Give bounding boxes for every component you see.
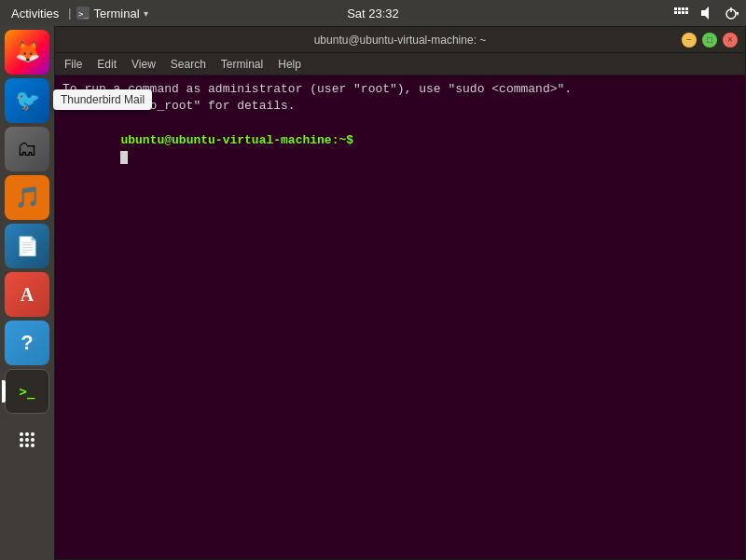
sidebar-item-texteditor[interactable]: A bbox=[5, 272, 49, 317]
menu-view[interactable]: View bbox=[126, 56, 161, 73]
close-button[interactable]: × bbox=[723, 33, 738, 48]
svg-rect-4 bbox=[682, 7, 684, 10]
menu-file[interactable]: File bbox=[59, 56, 88, 73]
thunderbird-tooltip: Thunderbird Mail bbox=[53, 89, 152, 110]
terminal-app-menu[interactable]: >_ Terminal ▾ bbox=[76, 7, 147, 20]
svg-rect-9 bbox=[685, 11, 688, 14]
terminal-menubar: File Edit View Search Terminal Help bbox=[55, 53, 745, 75]
close-label: × bbox=[727, 34, 733, 45]
activities-button[interactable]: Activities bbox=[7, 7, 62, 20]
terminal-title: ubuntu@ubuntu-virtual-machine: ~ bbox=[118, 34, 682, 47]
main-layout: 🦊 🐦 Thunderbird Mail 🗂 🎵 📄 A bbox=[0, 26, 746, 560]
sidebar-item-appgrid[interactable] bbox=[5, 417, 49, 462]
thunderbird-tooltip-text: Thunderbird Mail bbox=[61, 93, 145, 106]
maximize-label: □ bbox=[707, 34, 712, 45]
app-grid-icon bbox=[18, 430, 36, 449]
svg-text:▾: ▾ bbox=[736, 9, 739, 18]
terminal-cursor bbox=[120, 151, 128, 164]
svg-marker-10 bbox=[701, 7, 709, 20]
terminal-line-1: To run a command as administrator (user … bbox=[62, 81, 738, 98]
terminal-small-icon: >_ bbox=[76, 7, 90, 20]
svg-rect-6 bbox=[674, 11, 677, 14]
svg-text:>_: >_ bbox=[78, 9, 89, 19]
system-bar-left: Activities | >_ Terminal ▾ bbox=[7, 7, 148, 20]
svg-rect-7 bbox=[678, 11, 681, 14]
terminal-window: ubuntu@ubuntu-virtual-machine: ~ − □ × F… bbox=[54, 26, 746, 560]
system-bar: Activities | >_ Terminal ▾ Sat 23:32 bbox=[0, 0, 746, 26]
terminal-content[interactable]: To run a command as administrator (user … bbox=[55, 75, 745, 559]
sidebar-item-firefox[interactable]: 🦊 bbox=[5, 30, 49, 75]
sidebar-item-terminal[interactable]: >_ bbox=[5, 369, 49, 414]
sidebar-item-thunderbird[interactable]: 🐦 bbox=[5, 78, 49, 123]
menu-search[interactable]: Search bbox=[165, 56, 212, 73]
clock: Sat 23:32 bbox=[347, 7, 399, 20]
terminal-titlebar: ubuntu@ubuntu-virtual-machine: ~ − □ × bbox=[55, 27, 745, 53]
terminal-menu-chevron: ▾ bbox=[144, 8, 148, 19]
sidebar: 🦊 🐦 Thunderbird Mail 🗂 🎵 📄 A bbox=[0, 26, 54, 560]
datetime-display: Sat 23:32 bbox=[347, 7, 399, 20]
terminal-prompt: ubuntu@ubuntu-virtual-machine:~$ bbox=[120, 133, 353, 147]
menu-edit[interactable]: Edit bbox=[91, 56, 122, 73]
volume-icon[interactable] bbox=[699, 6, 714, 20]
system-tray: ▾ bbox=[673, 6, 739, 20]
menu-help[interactable]: Help bbox=[272, 56, 307, 73]
sidebar-item-files[interactable]: 🗂 bbox=[5, 127, 49, 171]
terminal-label: Terminal bbox=[93, 7, 139, 20]
power-icon[interactable]: ▾ bbox=[724, 6, 739, 20]
terminal-line-2: See "man sudo_root" for details. bbox=[62, 98, 738, 115]
minimize-label: − bbox=[686, 34, 692, 45]
sidebar-item-help[interactable]: ? bbox=[5, 321, 49, 365]
terminal-prompt-line: ubuntu@ubuntu-virtual-machine:~$ bbox=[62, 115, 738, 183]
svg-rect-3 bbox=[678, 7, 681, 10]
sidebar-item-thunderbird-wrapper: 🐦 Thunderbird Mail bbox=[5, 78, 49, 123]
network-icon[interactable] bbox=[673, 7, 690, 20]
maximize-button[interactable]: □ bbox=[702, 33, 717, 48]
menu-terminal[interactable]: Terminal bbox=[215, 56, 269, 73]
window-controls: − □ × bbox=[682, 33, 738, 48]
sidebar-item-writer[interactable]: 📄 bbox=[5, 224, 49, 268]
svg-rect-2 bbox=[674, 7, 677, 10]
minimize-button[interactable]: − bbox=[682, 33, 697, 48]
svg-rect-8 bbox=[682, 11, 684, 14]
sidebar-item-rhythmbox[interactable]: 🎵 bbox=[5, 175, 49, 220]
svg-rect-5 bbox=[685, 7, 688, 10]
